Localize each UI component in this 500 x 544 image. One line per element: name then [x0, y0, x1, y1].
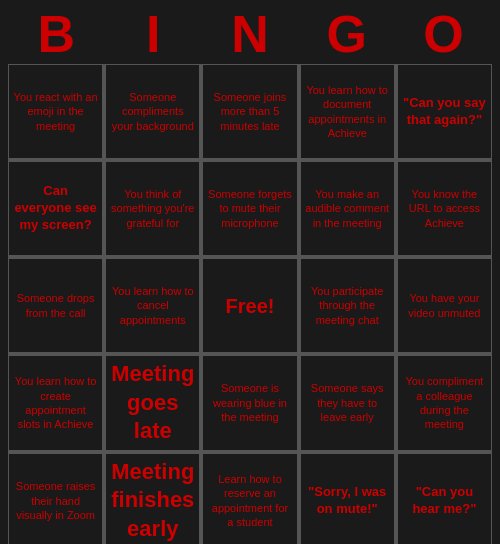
bingo-card: BINGO You react with an emoji in the mee… — [0, 0, 500, 544]
bingo-cell-23: "Sorry, I was on mute!" — [300, 453, 395, 544]
cell-text-18: Someone says they have to leave early — [305, 381, 390, 424]
bingo-cell-6: You think of something you're grateful f… — [105, 161, 200, 256]
cell-text-8: You make an audible comment in the meeti… — [305, 187, 390, 230]
bingo-cell-5: Can everyone see my screen? — [8, 161, 103, 256]
bingo-grid: You react with an emoji in the meetingSo… — [8, 64, 492, 544]
bingo-letter-i: I — [109, 8, 197, 60]
bingo-cell-21: Meeting finishes early — [105, 453, 200, 544]
bingo-cell-8: You make an audible comment in the meeti… — [300, 161, 395, 256]
cell-text-20: Someone raises their hand visually in Zo… — [13, 479, 98, 522]
bingo-cell-2: Someone joins more than 5 minutes late — [202, 64, 297, 159]
bingo-cell-3: You learn how to document appointments i… — [300, 64, 395, 159]
cell-text-4: "Can you say that again?" — [402, 95, 487, 129]
cell-text-6: You think of something you're grateful f… — [110, 187, 195, 230]
bingo-cell-12: Free! — [202, 258, 297, 353]
cell-text-9: You know the URL to access Achieve — [402, 187, 487, 230]
bingo-cell-1: Someone compliments your background — [105, 64, 200, 159]
bingo-cell-20: Someone raises their hand visually in Zo… — [8, 453, 103, 544]
bingo-cell-15: You learn how to create appointment slot… — [8, 355, 103, 451]
bingo-cell-13: You participate through the meeting chat — [300, 258, 395, 353]
cell-text-0: You react with an emoji in the meeting — [13, 90, 98, 133]
bingo-cell-9: You know the URL to access Achieve — [397, 161, 492, 256]
bingo-cell-4: "Can you say that again?" — [397, 64, 492, 159]
cell-text-22: Learn how to reserve an appointment for … — [207, 472, 292, 529]
cell-text-13: You participate through the meeting chat — [305, 284, 390, 327]
bingo-cell-10: Someone drops from the call — [8, 258, 103, 353]
bingo-letter-n: N — [206, 8, 294, 60]
cell-text-7: Someone forgets to mute their microphone — [207, 187, 292, 230]
cell-text-2: Someone joins more than 5 minutes late — [207, 90, 292, 133]
cell-text-11: You learn how to cancel appointments — [110, 284, 195, 327]
bingo-header: BINGO — [8, 8, 492, 60]
cell-text-12: Free! — [226, 293, 275, 319]
bingo-letter-o: O — [400, 8, 488, 60]
bingo-cell-24: "Can you hear me?" — [397, 453, 492, 544]
cell-text-16: Meeting goes late — [110, 360, 195, 446]
cell-text-19: You compliment a colleague during the me… — [402, 374, 487, 431]
cell-text-21: Meeting finishes early — [110, 458, 195, 544]
bingo-letter-g: G — [303, 8, 391, 60]
cell-text-17: Someone is wearing blue in the meeting — [207, 381, 292, 424]
cell-text-3: You learn how to document appointments i… — [305, 83, 390, 140]
bingo-cell-19: You compliment a colleague during the me… — [397, 355, 492, 451]
bingo-cell-18: Someone says they have to leave early — [300, 355, 395, 451]
cell-text-5: Can everyone see my screen? — [13, 183, 98, 234]
bingo-cell-0: You react with an emoji in the meeting — [8, 64, 103, 159]
cell-text-15: You learn how to create appointment slot… — [13, 374, 98, 431]
bingo-cell-11: You learn how to cancel appointments — [105, 258, 200, 353]
bingo-cell-22: Learn how to reserve an appointment for … — [202, 453, 297, 544]
cell-text-10: Someone drops from the call — [13, 291, 98, 320]
cell-text-24: "Can you hear me?" — [402, 484, 487, 518]
bingo-cell-16: Meeting goes late — [105, 355, 200, 451]
bingo-cell-14: You have your video unmuted — [397, 258, 492, 353]
bingo-cell-7: Someone forgets to mute their microphone — [202, 161, 297, 256]
cell-text-14: You have your video unmuted — [402, 291, 487, 320]
cell-text-1: Someone compliments your background — [110, 90, 195, 133]
cell-text-23: "Sorry, I was on mute!" — [305, 484, 390, 518]
bingo-letter-b: B — [12, 8, 100, 60]
bingo-cell-17: Someone is wearing blue in the meeting — [202, 355, 297, 451]
